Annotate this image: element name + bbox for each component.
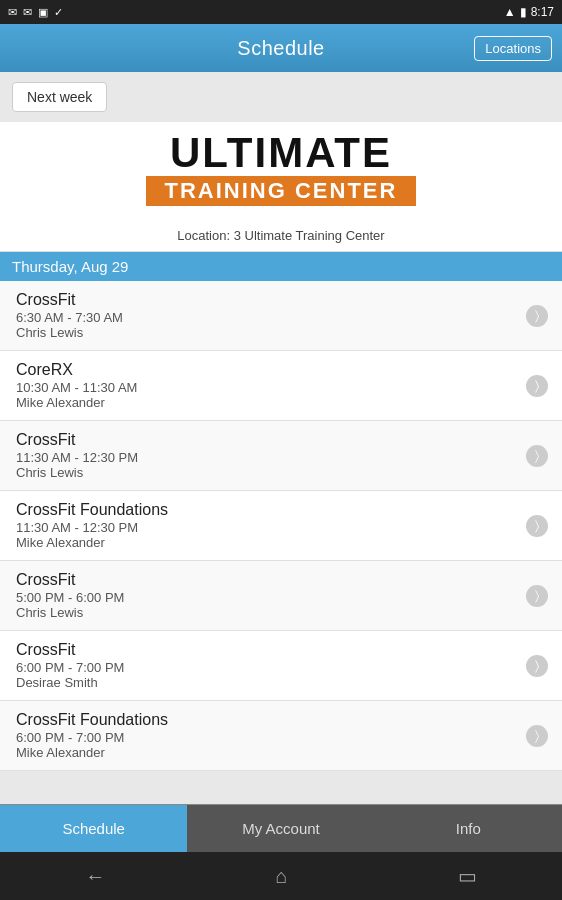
schedule-item-time: 6:30 AM - 7:30 AM bbox=[16, 310, 518, 325]
schedule-item-name: CrossFit bbox=[16, 641, 518, 659]
check-icon: ✓ bbox=[54, 6, 63, 19]
schedule-item-instructor: Chris Lewis bbox=[16, 465, 518, 480]
chevron-right-icon: 〉 bbox=[526, 515, 548, 537]
app-header: Schedule Locations bbox=[0, 24, 562, 72]
schedule-item-instructor: Desirae Smith bbox=[16, 675, 518, 690]
chevron-right-icon: 〉 bbox=[526, 375, 548, 397]
tab-schedule[interactable]: Schedule bbox=[0, 805, 187, 852]
gmail-icon: ✉ bbox=[8, 6, 17, 19]
schedule-item-instructor: Mike Alexander bbox=[16, 535, 518, 550]
page-title: Schedule bbox=[237, 37, 324, 60]
main-content: Schedule Locations Next week ULTIMATE TR… bbox=[0, 24, 562, 804]
next-week-area: Next week bbox=[0, 72, 562, 122]
next-week-button[interactable]: Next week bbox=[12, 82, 107, 112]
schedule-item-name: CrossFit bbox=[16, 431, 518, 449]
list-item[interactable]: CrossFit Foundations 6:00 PM - 7:00 PM M… bbox=[0, 701, 562, 771]
schedule-item-time: 6:00 PM - 7:00 PM bbox=[16, 730, 518, 745]
list-item[interactable]: CrossFit 6:30 AM - 7:30 AM Chris Lewis 〉 bbox=[0, 281, 562, 351]
battery-icon: ▮ bbox=[520, 5, 527, 19]
chevron-right-icon: 〉 bbox=[526, 585, 548, 607]
schedule-item-instructor: Mike Alexander bbox=[16, 395, 518, 410]
schedule-item-name: CrossFit Foundations bbox=[16, 711, 518, 729]
chevron-right-icon: 〉 bbox=[526, 655, 548, 677]
chevron-right-icon: 〉 bbox=[526, 445, 548, 467]
list-item[interactable]: CoreRX 10:30 AM - 11:30 AM Mike Alexande… bbox=[0, 351, 562, 421]
time-display: 8:17 bbox=[531, 5, 554, 19]
android-nav-bar: ← ⌂ ▭ bbox=[0, 852, 562, 900]
list-item[interactable]: CrossFit 5:00 PM - 6:00 PM Chris Lewis 〉 bbox=[0, 561, 562, 631]
recent-button[interactable]: ▭ bbox=[438, 856, 497, 896]
photo-icon: ▣ bbox=[38, 6, 48, 19]
schedule-item-name: CrossFit bbox=[16, 571, 518, 589]
tab-info[interactable]: Info bbox=[375, 805, 562, 852]
day-header: Thursday, Aug 29 bbox=[0, 252, 562, 281]
schedule-item-instructor: Chris Lewis bbox=[16, 325, 518, 340]
wifi-icon: ▲ bbox=[504, 5, 516, 19]
logo-training-center: TRAINING CENTER bbox=[146, 176, 416, 206]
list-item[interactable]: CrossFit 6:00 PM - 7:00 PM Desirae Smith… bbox=[0, 631, 562, 701]
bottom-tabs: ScheduleMy AccountInfo bbox=[0, 804, 562, 852]
schedule-item-name: CrossFit bbox=[16, 291, 518, 309]
schedule-item-name: CrossFit Foundations bbox=[16, 501, 518, 519]
schedule-item-time: 10:30 AM - 11:30 AM bbox=[16, 380, 518, 395]
schedule-item-time: 5:00 PM - 6:00 PM bbox=[16, 590, 518, 605]
list-item[interactable]: CrossFit Foundations 11:30 AM - 12:30 PM… bbox=[0, 491, 562, 561]
list-item[interactable]: CrossFit 11:30 AM - 12:30 PM Chris Lewis… bbox=[0, 421, 562, 491]
back-button[interactable]: ← bbox=[65, 857, 125, 896]
logo-ultimate: ULTIMATE bbox=[146, 132, 416, 174]
locations-button[interactable]: Locations bbox=[474, 36, 552, 61]
tab-my-account[interactable]: My Account bbox=[187, 805, 374, 852]
home-button[interactable]: ⌂ bbox=[255, 857, 307, 896]
status-bar-right: ▲ ▮ 8:17 bbox=[504, 5, 554, 19]
schedule-item-time: 11:30 AM - 12:30 PM bbox=[16, 520, 518, 535]
schedule-item-instructor: Mike Alexander bbox=[16, 745, 518, 760]
schedule-list[interactable]: CrossFit 6:30 AM - 7:30 AM Chris Lewis 〉… bbox=[0, 281, 562, 804]
schedule-item-time: 6:00 PM - 7:00 PM bbox=[16, 660, 518, 675]
mail-icon: ✉ bbox=[23, 6, 32, 19]
schedule-item-instructor: Chris Lewis bbox=[16, 605, 518, 620]
status-bar: ✉ ✉ ▣ ✓ ▲ ▮ 8:17 bbox=[0, 0, 562, 24]
chevron-right-icon: 〉 bbox=[526, 725, 548, 747]
logo-area: ULTIMATE TRAINING CENTER Location: 3 Ult… bbox=[0, 122, 562, 252]
status-bar-left: ✉ ✉ ▣ ✓ bbox=[8, 6, 63, 19]
schedule-item-time: 11:30 AM - 12:30 PM bbox=[16, 450, 518, 465]
logo-image: ULTIMATE TRAINING CENTER bbox=[146, 132, 416, 222]
schedule-item-name: CoreRX bbox=[16, 361, 518, 379]
location-text: Location: 3 Ultimate Training Center bbox=[177, 228, 384, 243]
chevron-right-icon: 〉 bbox=[526, 305, 548, 327]
